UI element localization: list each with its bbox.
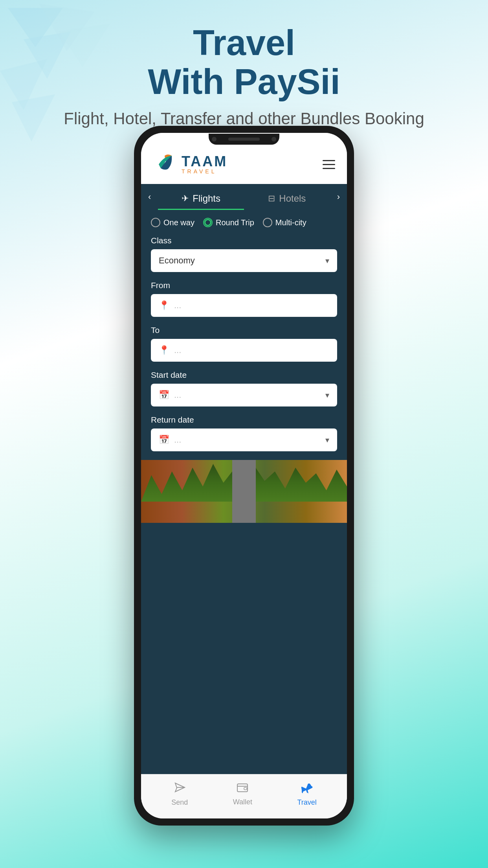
return-date-chevron-icon: ▾ [325, 435, 329, 445]
wallet-icon [237, 782, 248, 796]
flights-icon: ✈ [182, 193, 189, 204]
start-date-input[interactable]: 📅 ... ▾ [151, 384, 337, 406]
logo-container: TAAM TRAVEL [153, 153, 227, 176]
landscape-road [232, 460, 256, 523]
start-date-placeholder: ... [174, 390, 181, 400]
tab-flights-label: Flights [193, 193, 220, 204]
from-input[interactable]: 📍 ... [151, 294, 337, 317]
tab-arrow-left[interactable]: ‹ [141, 184, 158, 210]
return-date-placeholder: ... [174, 435, 181, 445]
tab-flights[interactable]: ✈ Flights [158, 184, 244, 210]
class-chevron-icon: ▾ [325, 256, 329, 265]
page-title: Travel With PaySii [0, 24, 488, 101]
phone-notch [209, 134, 279, 145]
return-date-label: Return date [151, 415, 337, 425]
landscape-image [141, 460, 347, 523]
return-calendar-icon: 📅 [159, 435, 169, 445]
class-value: Economy [159, 256, 195, 266]
from-location-icon: 📍 [159, 300, 169, 311]
page-subtitle: Flight, Hotel, Transfer and other Bundle… [0, 109, 488, 128]
class-label: Class [151, 236, 337, 245]
start-calendar-icon: 📅 [159, 390, 169, 400]
logo-text: TAAM TRAVEL [182, 154, 227, 174]
tab-hotels-label: Hotels [279, 193, 306, 204]
logo-name: TAAM [182, 154, 227, 169]
radio-round-trip[interactable]: Round Trip [203, 218, 254, 227]
phone-screen: TAAM TRAVEL ‹ ✈ Flights ⊟ [141, 133, 347, 818]
start-date-chevron-icon: ▾ [325, 390, 329, 400]
to-placeholder: ... [174, 345, 181, 355]
to-label: To [151, 326, 337, 335]
class-dropdown[interactable]: Economy ▾ [151, 249, 337, 272]
trip-type-selector: One way Round Trip Multi-city [151, 218, 337, 227]
tab-hotels[interactable]: ⊟ Hotels [244, 184, 330, 210]
bottom-nav: Send Wallet [141, 774, 347, 818]
hamburger-line-1 [323, 160, 335, 161]
from-label: From [151, 281, 337, 290]
svg-rect-6 [237, 784, 248, 792]
send-label: Send [171, 798, 188, 807]
start-date-label: Start date [151, 370, 337, 380]
travel-icon [301, 782, 313, 796]
wallet-label: Wallet [233, 798, 252, 806]
hamburger-line-2 [323, 164, 335, 165]
travel-label: Travel [297, 798, 316, 807]
return-date-left: 📅 ... [159, 435, 181, 445]
radio-one-way[interactable]: One way [151, 218, 194, 227]
svg-rect-7 [244, 787, 247, 790]
header-section: Travel With PaySii Flight, Hotel, Transf… [0, 24, 488, 128]
phone-mockup: TAAM TRAVEL ‹ ✈ Flights ⊟ [134, 126, 354, 826]
from-placeholder: ... [174, 300, 181, 311]
nav-tabs: ‹ ✈ Flights ⊟ Hotels › [141, 184, 347, 210]
logo-tagline: TRAVEL [182, 169, 227, 174]
phone-outer: TAAM TRAVEL ‹ ✈ Flights ⊟ [134, 126, 354, 826]
taam-logo-icon [153, 153, 178, 176]
radio-multi-city[interactable]: Multi-city [263, 218, 306, 227]
send-icon [174, 782, 185, 796]
bottom-nav-travel[interactable]: Travel [297, 782, 316, 807]
return-date-input[interactable]: 📅 ... ▾ [151, 428, 337, 451]
to-location-icon: 📍 [159, 345, 169, 355]
radio-one-way-circle [151, 218, 160, 227]
tab-arrow-right[interactable]: › [330, 184, 347, 210]
to-input[interactable]: 📍 ... [151, 339, 337, 362]
radio-round-trip-label: Round Trip [216, 218, 254, 227]
radio-multi-city-circle [263, 218, 272, 227]
notch-camera [212, 137, 216, 142]
radio-multi-city-label: Multi-city [275, 218, 306, 227]
bottom-nav-send[interactable]: Send [171, 782, 188, 807]
notch-sensor [272, 137, 276, 142]
start-date-left: 📅 ... [159, 390, 181, 400]
app-content: One way Round Trip Multi-city Class Econ… [141, 210, 347, 774]
radio-one-way-label: One way [163, 218, 194, 227]
notch-speaker [228, 138, 260, 141]
bottom-nav-wallet[interactable]: Wallet [233, 782, 252, 806]
hamburger-line-3 [323, 168, 335, 169]
radio-round-trip-circle [203, 218, 213, 227]
hotels-icon: ⊟ [268, 193, 275, 204]
hamburger-menu-button[interactable] [323, 160, 335, 169]
